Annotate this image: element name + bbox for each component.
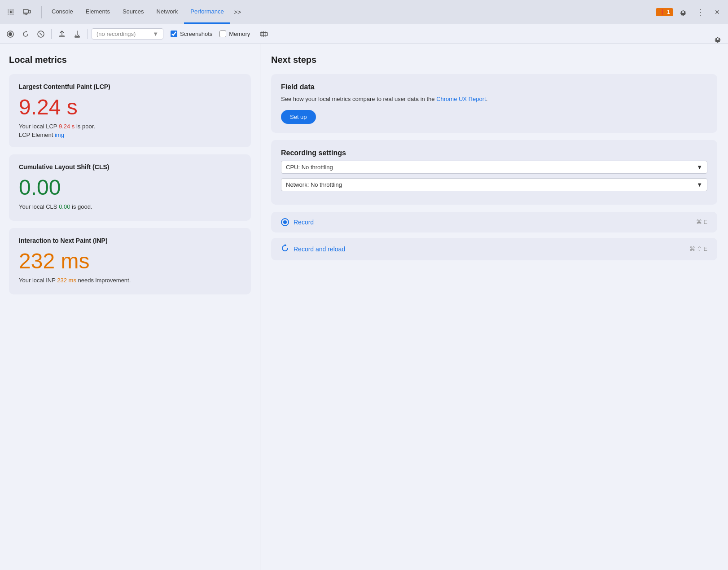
reload-icon <box>281 244 289 254</box>
record-reload-shortcut: ⌘ ⇧ E <box>689 246 707 252</box>
download-button[interactable] <box>70 27 84 41</box>
toolbar-right <box>711 22 724 46</box>
record-shortcut: ⌘ E <box>696 219 707 225</box>
field-data-title: Field data <box>281 83 707 91</box>
svg-rect-4 <box>10 11 12 13</box>
field-data-card: Field data See how your local metrics co… <box>271 74 717 133</box>
field-data-description: See how your local metrics compare to re… <box>281 95 707 104</box>
lcp-title: Largest Contentful Paint (LCP) <box>19 83 241 90</box>
lcp-description: Your local LCP 9.24 s is poor. <box>19 123 241 130</box>
inp-description: Your local INP 232 ms needs improvement. <box>19 277 241 284</box>
network-throttling-dropdown[interactable]: Network: No throttling ▼ <box>281 178 707 191</box>
svg-rect-6 <box>8 13 9 15</box>
svg-line-17 <box>39 33 42 35</box>
toolbar-settings-button[interactable] <box>711 32 724 46</box>
settings-button[interactable] <box>676 5 690 19</box>
clear-button[interactable] <box>34 27 48 41</box>
inp-card: Interaction to Next Paint (INP) 232 ms Y… <box>9 228 251 294</box>
svg-rect-3 <box>8 11 9 13</box>
right-panel: Next steps Field data See how your local… <box>260 44 728 570</box>
setup-button[interactable]: Set up <box>281 110 316 124</box>
recording-settings-title: Recording settings <box>281 149 707 157</box>
record-label: Record <box>294 219 314 226</box>
toolbar-sep-2 <box>88 29 88 39</box>
lcp-element: LCP Element img <box>19 132 241 138</box>
lcp-element-link[interactable]: img <box>55 132 64 138</box>
record-reload-action-card[interactable]: Record and reload ⌘ ⇧ E <box>271 238 717 260</box>
nav-separator-1 <box>41 6 42 18</box>
devtools-navbar: Console Elements Sources Network Perform… <box>0 0 728 24</box>
lcp-card: Largest Contentful Paint (LCP) 9.24 s Yo… <box>9 74 251 147</box>
record-circle-icon <box>281 218 289 226</box>
more-options-button[interactable]: ⋮ <box>693 5 707 19</box>
chrome-ux-report-link[interactable]: Chrome UX Report <box>436 96 486 102</box>
recording-settings-card: Recording settings CPU: No throttling ▼ … <box>271 140 717 205</box>
toolbar-sep-1 <box>51 29 52 39</box>
memory-checkbox-label[interactable]: Memory <box>219 31 250 37</box>
svg-rect-9 <box>23 9 28 13</box>
toolbar-sep-3 <box>713 22 713 32</box>
upload-button[interactable] <box>55 27 69 41</box>
nav-icon-group <box>4 5 34 19</box>
main-content: Local metrics Largest Contentful Paint (… <box>0 44 728 570</box>
tab-console[interactable]: Console <box>45 0 79 24</box>
cpu-throttling-dropdown[interactable]: CPU: No throttling ▼ <box>281 161 707 174</box>
cls-card: Cumulative Layout Shift (CLS) 0.00 Your … <box>9 154 251 221</box>
nav-tabs: Console Elements Sources Network Perform… <box>45 0 655 24</box>
record-reload-label: Record and reload <box>294 246 345 253</box>
cls-description: Your local CLS 0.00 is good. <box>19 203 241 210</box>
record-button[interactable] <box>4 27 17 41</box>
svg-rect-18 <box>260 32 268 35</box>
svg-rect-2 <box>12 9 14 11</box>
reload-record-button[interactable] <box>19 27 32 41</box>
svg-rect-8 <box>12 13 14 15</box>
svg-rect-5 <box>12 11 14 13</box>
tab-network[interactable]: Network <box>150 0 184 24</box>
svg-rect-1 <box>10 9 12 11</box>
nav-right-actions: ❗ 1 ⋮ ✕ <box>656 5 724 19</box>
more-tabs-button[interactable]: >> <box>230 7 245 18</box>
tab-performance[interactable]: Performance <box>184 0 230 24</box>
inp-value: 232 ms <box>19 249 241 273</box>
alert-badge[interactable]: ❗ 1 <box>656 8 673 16</box>
svg-point-15 <box>9 32 12 36</box>
memory-checkbox[interactable] <box>219 31 226 37</box>
device-toolbar-button[interactable] <box>20 5 34 19</box>
tab-sources[interactable]: Sources <box>116 0 150 24</box>
screenshots-checkbox[interactable] <box>171 31 177 37</box>
svg-rect-10 <box>28 10 31 13</box>
tab-elements[interactable]: Elements <box>79 0 116 24</box>
cls-title: Cumulative Layout Shift (CLS) <box>19 163 241 171</box>
screenshots-checkbox-label[interactable]: Screenshots <box>171 31 212 37</box>
close-button[interactable]: ✕ <box>710 5 724 19</box>
lcp-value: 9.24 s <box>19 95 241 119</box>
next-steps-title: Next steps <box>271 55 717 65</box>
devtools-toolbar: (no recordings) ▼ Screenshots Memory <box>0 24 728 44</box>
inp-title: Interaction to Next Paint (INP) <box>19 237 241 244</box>
svg-rect-0 <box>8 9 9 11</box>
checkbox-group: Screenshots Memory <box>171 27 271 41</box>
inspect-icon-button[interactable] <box>4 5 18 19</box>
cls-value: 0.00 <box>19 175 241 200</box>
recordings-dropdown[interactable]: (no recordings) ▼ <box>92 28 163 39</box>
left-panel: Local metrics Largest Contentful Paint (… <box>0 44 260 570</box>
svg-rect-7 <box>10 13 12 15</box>
local-metrics-title: Local metrics <box>9 55 251 65</box>
memory-icon-button[interactable] <box>257 27 271 41</box>
record-action-card[interactable]: Record ⌘ E <box>271 212 717 232</box>
